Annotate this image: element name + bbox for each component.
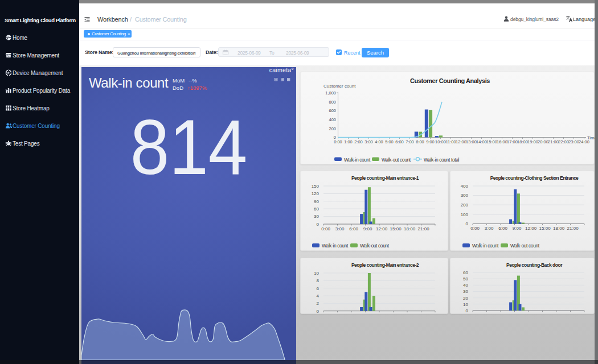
svg-text:3:00: 3:00 [364, 139, 373, 144]
svg-text:400: 400 [329, 117, 336, 122]
svg-text:Customer count: Customer count [323, 84, 356, 89]
svg-text:Walk-in count: Walk-in count [472, 243, 499, 249]
svg-text:600: 600 [329, 108, 336, 113]
svg-text:19:00: 19:00 [527, 139, 538, 144]
svg-text:6:00: 6:00 [498, 226, 507, 231]
svg-text:90: 90 [314, 199, 319, 204]
svg-text:200: 200 [461, 202, 469, 208]
svg-text:60: 60 [314, 206, 319, 212]
svg-text:2: 2 [317, 301, 320, 306]
svg-text:9:00: 9:00 [426, 139, 435, 144]
svg-text:10: 10 [314, 271, 319, 276]
svg-text:100: 100 [461, 212, 469, 217]
svg-text:0: 0 [466, 221, 469, 226]
svg-text:150: 150 [312, 184, 320, 189]
svg-text:7:00: 7:00 [406, 139, 414, 144]
svg-text:Customer Counting Analysis: Customer Counting Analysis [410, 77, 490, 84]
svg-text:18:00: 18:00 [404, 226, 416, 231]
svg-text:14:00: 14:00 [476, 139, 487, 144]
svg-text:6:00: 6:00 [395, 139, 404, 144]
svg-text:17:00: 17:00 [507, 139, 518, 144]
svg-text:People counting-Clothing Secti: People counting-Clothing Section Entranc… [490, 175, 579, 181]
svg-text:Walk-out count: Walk-out count [382, 157, 411, 163]
svg-text:21:00: 21:00 [567, 226, 579, 231]
svg-text:4:00: 4:00 [375, 139, 383, 144]
svg-text:Walk-out count: Walk-out count [360, 243, 390, 249]
svg-text:People counting-Back door: People counting-Back door [506, 262, 563, 268]
svg-text:10: 10 [463, 302, 468, 307]
svg-text:12:00: 12:00 [456, 139, 466, 144]
svg-text:120: 120 [312, 191, 320, 196]
svg-text:2:00: 2:00 [354, 139, 363, 144]
svg-text:8: 8 [317, 278, 320, 283]
svg-text:18:00: 18:00 [553, 226, 565, 231]
svg-text:16:00: 16:00 [497, 139, 507, 144]
svg-text:20: 20 [463, 296, 468, 301]
svg-text:22:00: 22:00 [558, 139, 569, 144]
svg-text:12:00: 12:00 [376, 226, 388, 231]
svg-text:21:00: 21:00 [418, 226, 430, 231]
svg-text:Walk-in count: Walk-in count [344, 157, 371, 163]
svg-text:9:00: 9:00 [513, 226, 522, 231]
svg-text:Time: Time [587, 135, 595, 140]
svg-text:4: 4 [317, 293, 320, 299]
svg-text:1:00: 1:00 [344, 139, 353, 144]
svg-text:0:00: 0:00 [334, 139, 342, 144]
svg-text:Walk-out count: Walk-out count [510, 243, 540, 249]
svg-text:Walk-in count total: Walk-in count total [424, 157, 460, 163]
svg-text:50: 50 [463, 276, 468, 282]
svg-text:0: 0 [317, 309, 320, 314]
svg-text:15:00: 15:00 [390, 226, 402, 231]
svg-text:18:00: 18:00 [517, 139, 528, 144]
svg-text:0: 0 [466, 308, 469, 313]
svg-text:3:00: 3:00 [485, 226, 494, 231]
svg-text:800: 800 [329, 100, 336, 105]
svg-text:60: 60 [463, 270, 468, 275]
svg-text:8:00: 8:00 [416, 139, 424, 144]
svg-text:10:00: 10:00 [435, 139, 446, 144]
svg-text:5:00: 5:00 [385, 139, 394, 144]
svg-text:0:00: 0:00 [321, 226, 330, 231]
svg-text:15:00: 15:00 [539, 226, 551, 231]
svg-text:13:00: 13:00 [466, 139, 477, 144]
svg-text:400: 400 [461, 184, 469, 189]
svg-text:0: 0 [317, 222, 320, 227]
svg-text:30: 30 [314, 214, 319, 219]
svg-text:200: 200 [329, 126, 336, 131]
svg-text:30: 30 [463, 289, 468, 294]
svg-text:3:00: 3:00 [335, 226, 345, 231]
svg-text:People counting-Main entrance-: People counting-Main entrance-2 [351, 262, 419, 268]
svg-text:20:00: 20:00 [538, 139, 548, 144]
svg-text:21:00: 21:00 [548, 139, 559, 144]
svg-text:People counting-Main entrance-: People counting-Main entrance-1 [351, 175, 419, 181]
svg-text:15:00: 15:00 [486, 139, 497, 144]
svg-text:40: 40 [463, 283, 468, 288]
svg-text:300: 300 [461, 193, 469, 198]
svg-text:0:00: 0:00 [470, 226, 480, 231]
svg-text:6:00: 6:00 [349, 226, 358, 231]
svg-text:11:00: 11:00 [445, 139, 456, 144]
svg-text:12:00: 12:00 [525, 226, 537, 231]
svg-text:1,000: 1,000 [325, 90, 336, 96]
svg-text:23:00: 23:00 [568, 139, 579, 144]
svg-text:9:00: 9:00 [363, 226, 372, 231]
svg-text:Walk-in count: Walk-in count [322, 243, 349, 249]
svg-text:6: 6 [317, 286, 320, 291]
